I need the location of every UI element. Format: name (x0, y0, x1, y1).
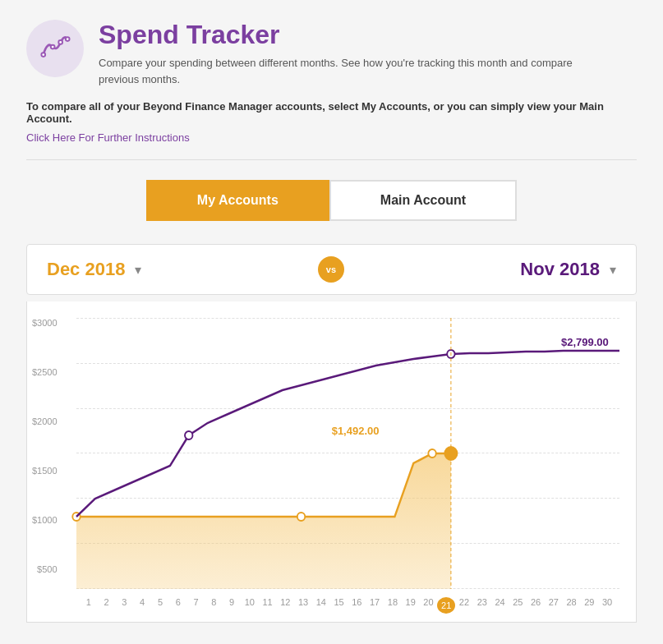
x-label-30: 30 (598, 597, 616, 614)
x-label-8: 8 (205, 597, 223, 614)
orange-area (76, 453, 451, 589)
x-label-29: 29 (580, 597, 598, 614)
account-tabs: My Accounts Main Account (26, 180, 637, 221)
x-label-28: 28 (563, 597, 581, 614)
orange-point-13 (297, 513, 305, 521)
x-label-2: 2 (98, 597, 116, 614)
x-label-5: 5 (151, 597, 169, 614)
orange-point-20 (428, 449, 435, 458)
x-label-17: 17 (366, 597, 384, 614)
page-header: Spend Tracker Compare your spending betw… (26, 20, 637, 87)
header-icon (26, 20, 84, 77)
date-left-group: Dec 2018 ▾ (47, 259, 141, 280)
x-label-27: 27 (545, 597, 563, 614)
page-subtitle: Compare your spending between different … (99, 55, 592, 87)
svg-point-2 (58, 40, 62, 44)
right-date-value: Nov 2018 (520, 259, 600, 280)
x-label-15: 15 (330, 597, 348, 614)
date-right-group: Nov 2018 ▾ (520, 259, 616, 280)
chart-area: $3000 $2500 $2000 $1500 $1000 $500 (76, 318, 619, 614)
y-label-1000: $1000 (32, 515, 58, 525)
x-axis: 1 2 3 4 5 6 7 8 9 10 11 12 13 14 15 16 1… (76, 597, 619, 614)
x-label-19: 19 (402, 597, 420, 614)
x-label-4: 4 (133, 597, 151, 614)
x-label-16: 16 (348, 597, 366, 614)
x-label-3: 3 (116, 597, 134, 614)
further-instructions-link[interactable]: Click Here For Further Instructions (26, 131, 190, 144)
x-label-1: 1 (80, 597, 98, 614)
tooltip-orange: $1,492.00 (332, 425, 380, 437)
x-label-6: 6 (169, 597, 187, 614)
chart-container: $3000 $2500 $2000 $1500 $1000 $500 (26, 301, 637, 623)
x-label-9: 9 (223, 597, 241, 614)
x-label-25: 25 (509, 597, 527, 614)
y-label-2000: $2000 (32, 416, 58, 426)
svg-point-0 (41, 53, 45, 57)
left-chevron-icon[interactable]: ▾ (135, 262, 141, 278)
orange-line (76, 453, 451, 517)
y-label-3000: $3000 (32, 318, 58, 328)
vs-badge: vs (318, 256, 344, 283)
x-label-22: 22 (455, 597, 473, 614)
x-label-24: 24 (491, 597, 509, 614)
svg-point-1 (51, 45, 55, 49)
x-label-26: 26 (527, 597, 545, 614)
x-label-14: 14 (312, 597, 330, 614)
svg-point-3 (66, 37, 70, 41)
right-chevron-icon[interactable]: ▾ (610, 262, 616, 278)
x-label-11: 11 (259, 597, 277, 614)
purple-point-7 (185, 431, 192, 439)
y-label-500: $500 (32, 564, 58, 574)
tab-main-account[interactable]: Main Account (329, 180, 517, 221)
x-label-21-active: 21 (437, 597, 455, 614)
left-date-value: Dec 2018 (47, 259, 125, 280)
tab-my-accounts[interactable]: My Accounts (146, 180, 329, 221)
tooltip-purple: $2,799.00 (561, 336, 609, 348)
y-axis: $3000 $2500 $2000 $1500 $1000 $500 (32, 318, 58, 614)
instructions-text: To compare all of your Beyond Finance Ma… (26, 100, 637, 125)
date-selector: Dec 2018 ▾ vs Nov 2018 ▾ (26, 244, 637, 295)
y-label-2500: $2500 (32, 367, 58, 377)
header-divider (26, 159, 637, 160)
x-label-12: 12 (276, 597, 294, 614)
y-label-1500: $1500 (32, 466, 58, 476)
x-label-18: 18 (384, 597, 402, 614)
header-text-block: Spend Tracker Compare your spending betw… (99, 20, 592, 87)
x-label-23: 23 (473, 597, 491, 614)
x-label-10: 10 (241, 597, 259, 614)
page-title: Spend Tracker (99, 20, 592, 50)
x-label-13: 13 (294, 597, 312, 614)
chart-svg (76, 318, 619, 589)
x-label-20: 20 (420, 597, 438, 614)
x-label-7: 7 (187, 597, 205, 614)
